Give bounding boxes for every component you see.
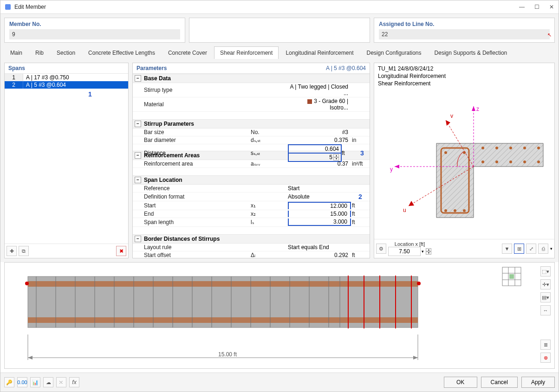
section-id-text: TU_M1 24/8/0/8/24/12 (378, 65, 551, 72)
collapse-icon[interactable]: − (135, 236, 141, 242)
view-options-button[interactable]: ⚙ (376, 244, 386, 254)
svg-point-57 (417, 282, 421, 285)
tab-design-supports-&-deflection[interactable]: Design Supports & Deflection (429, 46, 514, 59)
span-row[interactable]: 2A | 5 #3 @0.604 (5, 81, 128, 89)
member-no-label: Member No. (9, 21, 180, 27)
tab-concrete-cover[interactable]: Concrete Cover (162, 46, 213, 59)
dimension-button[interactable]: ⊞ (514, 244, 524, 254)
annotation-2: 2 (351, 193, 370, 200)
svg-point-7 (523, 147, 526, 149)
section-base-data[interactable]: − Base Data (133, 74, 370, 83)
section-border[interactable]: − Border Distances of Stirrups (133, 234, 370, 244)
row-start[interactable]: Start x₁ 12.000 ft (133, 201, 370, 210)
svg-point-56 (25, 282, 29, 285)
delete-span-button[interactable]: ✖ (116, 246, 126, 256)
tab-shear-reinforcement[interactable]: Shear Reinforcement (214, 46, 279, 59)
assigned-input[interactable] (379, 29, 550, 39)
member-no-input[interactable] (9, 29, 180, 39)
svg-point-12 (523, 161, 526, 163)
parameters-pane: Parameters A | 5 #3 @0.604 − Base Data S… (132, 63, 370, 258)
collapse-icon[interactable]: − (135, 121, 141, 127)
close-button[interactable]: ✕ (548, 4, 555, 10)
row-bar-size[interactable]: Bar size No. #3 (133, 129, 370, 136)
stats-button[interactable]: 📊 (30, 377, 40, 387)
row-span-length[interactable]: Span length lₛ 3.000 ft (133, 218, 370, 227)
collapse-icon[interactable]: − (135, 75, 141, 82)
section-info: TU_M1 24/8/0/8/24/12 Longitudinal Reinfo… (374, 63, 554, 90)
scale-button[interactable]: ↔ (540, 305, 551, 315)
cancel-button[interactable]: Cancel (481, 377, 518, 388)
row-reference[interactable]: Reference Start (133, 185, 370, 193)
svg-text:y: y (390, 166, 393, 173)
copy-span-button[interactable]: ⧉ (19, 246, 29, 256)
preview-tools: ⬚▾ ✛▾ ▤▾ ↔ ≣ ⊗ (540, 266, 551, 363)
section-stirrup-params[interactable]: − Stirrup Parameters (133, 119, 370, 129)
location-dropdown-icon[interactable]: ▾ (422, 249, 424, 254)
distance-input[interactable]: 0.604 (288, 144, 342, 153)
grid-icon[interactable] (501, 266, 522, 288)
view-3d-button[interactable]: ⬚▾ (540, 266, 551, 276)
beam-preview[interactable]: 15.00 ft ⬚▾ ✛▾ ▤▾ ↔ ≣ ⊗ (4, 262, 555, 369)
minimize-button[interactable]: — (519, 4, 525, 10)
new-span-button[interactable]: ✚ (6, 246, 17, 256)
edit-member-window: Edit Member — ☐ ✕ Member No. Assigned to… (0, 0, 559, 392)
row-start-offset[interactable]: Start offset Δᵢ 0.292 ft (133, 251, 370, 258)
section-canvas[interactable]: z y v u (374, 90, 554, 239)
svg-point-4 (481, 147, 484, 149)
row-def-format[interactable]: Definition format Absolute 2 (133, 193, 370, 201)
annotation-3: 3 (360, 149, 370, 157)
window-title: Edit Member (14, 4, 519, 10)
sync-button[interactable]: ☁ (43, 377, 53, 387)
filter-button[interactable]: ▼ (502, 244, 512, 254)
tab-main[interactable]: Main (4, 46, 28, 59)
row-end[interactable]: End x₂ 15.000 ft (133, 210, 370, 218)
row-stirrup-type[interactable]: Stirrup type A | Two legged | Closed ... (133, 83, 370, 97)
collapse-icon[interactable]: − (135, 177, 141, 183)
svg-text:u: u (403, 207, 406, 213)
tab-longitudinal-reinforcement[interactable]: Longitudinal Reinforcement (280, 46, 359, 59)
svg-marker-23 (395, 165, 399, 168)
section-span-location[interactable]: − Span Location (133, 175, 370, 185)
tab-design-configurations[interactable]: Design Configurations (360, 46, 427, 59)
zoom-button[interactable]: ⤢ (526, 244, 536, 254)
svg-rect-69 (509, 274, 514, 279)
unlink-button[interactable]: ⛌ (56, 377, 66, 387)
pick-line-icon[interactable]: ↖ (547, 32, 552, 38)
axes-button[interactable]: ✛▾ (540, 279, 551, 289)
row-reinf-area[interactable]: Reinforcement area aₛᵥᵥ 0.37 in²/ft (133, 160, 370, 168)
span-row[interactable]: 1A | 17 #3 @0.750 (5, 74, 128, 81)
row-bar-diameter[interactable]: Bar diameter dₛ,ₛₜ 0.375 in (133, 136, 370, 144)
spans-pane: Spans 1A | 17 #3 @0.7502A | 5 #3 @0.6041… (4, 63, 129, 258)
annotation-1: 1 (5, 89, 128, 98)
location-spinner[interactable]: ▴▾ (426, 248, 431, 255)
apply-button[interactable]: Apply (521, 377, 555, 388)
tab-section[interactable]: Section (51, 46, 81, 59)
parameters-body[interactable]: − Base Data Stirrup type A | Two legged … (133, 74, 370, 258)
clear-search-icon[interactable]: ⊗ (540, 353, 551, 363)
svg-point-18 (463, 209, 466, 212)
row-material[interactable]: Material 3 - Grade 60 | Isotro... (133, 97, 370, 112)
tab-concrete-effective-lengths[interactable]: Concrete Effective Lengths (82, 46, 161, 59)
parameters-right-label: A | 5 #3 @0.604 (326, 65, 366, 71)
print-dropdown-icon[interactable]: ▾ (550, 246, 552, 251)
layers-button[interactable]: ≣ (540, 340, 551, 350)
header-row: Member No. Assigned to Line No. ↖ (0, 14, 559, 46)
units-button[interactable]: 0.00 (17, 377, 27, 387)
key-button[interactable]: 🔑 (4, 377, 14, 387)
svg-point-5 (495, 147, 498, 149)
maximize-button[interactable]: ☐ (533, 4, 540, 10)
render-button[interactable]: ▤▾ (540, 292, 551, 302)
collapse-icon[interactable]: − (135, 152, 141, 159)
ok-button[interactable]: OK (444, 377, 477, 388)
number-spinner[interactable]: ▴▾ (333, 154, 339, 161)
svg-marker-26 (446, 120, 450, 126)
script-button[interactable]: fx (69, 377, 79, 387)
spans-toolbar: ✚ ⧉ ✖ (5, 244, 128, 258)
svg-rect-33 (28, 317, 418, 323)
row-layout-rule[interactable]: Layout rule Start equals End (133, 244, 370, 251)
tab-rib[interactable]: Rib (29, 46, 50, 59)
location-input[interactable] (388, 247, 421, 256)
svg-point-17 (454, 209, 456, 212)
svg-point-8 (537, 147, 540, 149)
print-button[interactable]: ⎙ (538, 244, 548, 254)
